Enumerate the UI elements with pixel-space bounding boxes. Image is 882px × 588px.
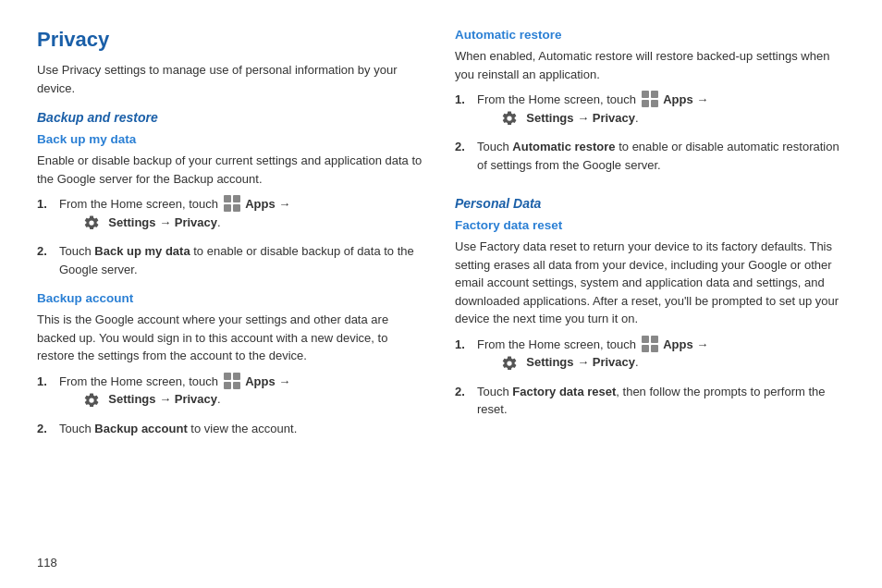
- step-2: 2. Touch Back up my data to enable or di…: [37, 242, 427, 278]
- backup-account-bold: Backup account: [94, 422, 187, 435]
- fr-step-1-content: From the Home screen, touch Apps →: [477, 336, 845, 375]
- fr-step-number-1: 1.: [455, 336, 473, 354]
- step-1: 1. From the Home screen, touch: [37, 195, 427, 235]
- settings-icon-3: [501, 110, 518, 127]
- factory-reset-body: Use Factory data reset to return your de…: [455, 238, 845, 328]
- settings-icon-2: [83, 392, 100, 409]
- backup-account-body: This is the Google account where your se…: [37, 311, 427, 365]
- ba-step-2-content: Touch Backup account to view the account…: [59, 420, 427, 438]
- backup-restore-heading: Backup and restore: [37, 110, 427, 125]
- ar-step-1-line2: Settings → Privacy.: [477, 109, 845, 128]
- apps-icon-4: [642, 336, 658, 352]
- backup-account-section: Backup account This is the Google accoun…: [37, 291, 427, 437]
- ba-step-2: 2. Touch Backup account to view the acco…: [37, 420, 427, 438]
- automatic-restore-steps: 1. From the Home screen, touch: [455, 91, 845, 174]
- ba-step-1-line2: Settings → Privacy.: [59, 390, 427, 409]
- factory-reset-steps: 1. From the Home screen, touch: [455, 336, 845, 419]
- back-up-my-data-section: Back up my data Enable or disable backup…: [37, 132, 427, 278]
- apps-label-1: Apps →: [242, 195, 291, 214]
- step-1-content: From the Home screen, touch Apps →: [59, 195, 427, 235]
- apps-label-3: Apps →: [660, 91, 709, 109]
- ar-step-number-1: 1.: [455, 91, 473, 109]
- fr-step-1-text: From the Home screen, touch: [477, 336, 640, 354]
- back-up-my-data-body: Enable or disable backup of your current…: [37, 152, 427, 188]
- settings-icon-1: [83, 214, 100, 231]
- page-number: 118: [37, 556, 57, 570]
- fr-step-number-2: 2.: [455, 383, 473, 401]
- ba-step-number-1: 1.: [37, 373, 55, 391]
- automatic-restore-heading: Automatic restore: [455, 28, 845, 42]
- ar-step-number-2: 2.: [455, 138, 473, 156]
- backup-account-heading: Backup account: [37, 291, 427, 305]
- step-1-line2: Settings → Privacy.: [59, 214, 427, 232]
- step-1-text: From the Home screen, touch: [59, 195, 222, 214]
- ar-step-2: 2. Touch Automatic restore to enable or …: [455, 138, 845, 174]
- fr-step-2: 2. Touch Factory data reset, then follow…: [455, 383, 845, 419]
- back-up-bold: Back up my data: [94, 244, 190, 258]
- ba-step-1-content: From the Home screen, touch Apps →: [59, 373, 427, 412]
- step-number-2: 2.: [37, 242, 55, 261]
- apps-icon-1: [224, 195, 240, 212]
- apps-icon-3: [642, 91, 658, 107]
- step-2-content: Touch Back up my data to enable or disab…: [59, 242, 427, 278]
- back-up-my-data-steps: 1. From the Home screen, touch: [37, 195, 427, 278]
- backup-account-steps: 1. From the Home screen, touch: [37, 373, 427, 438]
- ba-step-number-2: 2.: [37, 420, 55, 438]
- ar-step-1: 1. From the Home screen, touch: [455, 91, 845, 130]
- apps-label-2: Apps →: [242, 373, 291, 391]
- automatic-restore-bold: Automatic restore: [512, 140, 615, 153]
- factory-reset-heading: Factory data reset: [455, 218, 845, 232]
- right-column: Automatic restore When enabled, Automati…: [455, 28, 845, 463]
- fr-step-1-line1: From the Home screen, touch Apps →: [477, 336, 845, 354]
- settings-icon-4: [501, 355, 518, 372]
- ba-step-1-line1: From the Home screen, touch Apps →: [59, 373, 427, 391]
- factory-reset-section: Factory data reset Use Factory data rese…: [455, 218, 845, 419]
- personal-data-heading: Personal Data: [455, 196, 845, 211]
- step-1-line1: From the Home screen, touch Apps →: [59, 195, 427, 214]
- page-title: Privacy: [37, 28, 427, 52]
- left-column: Privacy Use Privacy settings to manage u…: [37, 28, 427, 463]
- ba-step-1: 1. From the Home screen, touch: [37, 373, 427, 412]
- apps-label-4: Apps →: [660, 336, 709, 354]
- intro-text: Use Privacy settings to manage use of pe…: [37, 61, 427, 97]
- ar-step-1-line1: From the Home screen, touch Apps →: [477, 91, 845, 109]
- automatic-restore-section: Automatic restore When enabled, Automati…: [455, 28, 845, 183]
- ba-step-1-text: From the Home screen, touch: [59, 373, 222, 391]
- ar-step-2-content: Touch Automatic restore to enable or dis…: [477, 138, 845, 174]
- apps-icon-2: [224, 373, 240, 389]
- ar-step-1-content: From the Home screen, touch Apps →: [477, 91, 845, 130]
- automatic-restore-body: When enabled, Automatic restore will res…: [455, 47, 845, 83]
- personal-data-section: Personal Data Factory data reset Use Fac…: [455, 196, 845, 432]
- ar-step-1-text: From the Home screen, touch: [477, 91, 640, 109]
- backup-restore-section: Backup and restore Back up my data Enabl…: [37, 110, 427, 450]
- fr-step-2-content: Touch Factory data reset, then follow th…: [477, 383, 845, 419]
- step-number-1: 1.: [37, 195, 55, 214]
- factory-reset-bold: Factory data reset: [512, 385, 616, 398]
- back-up-my-data-heading: Back up my data: [37, 132, 427, 146]
- fr-step-1-line2: Settings → Privacy.: [477, 353, 845, 372]
- fr-step-1: 1. From the Home screen, touch: [455, 336, 845, 375]
